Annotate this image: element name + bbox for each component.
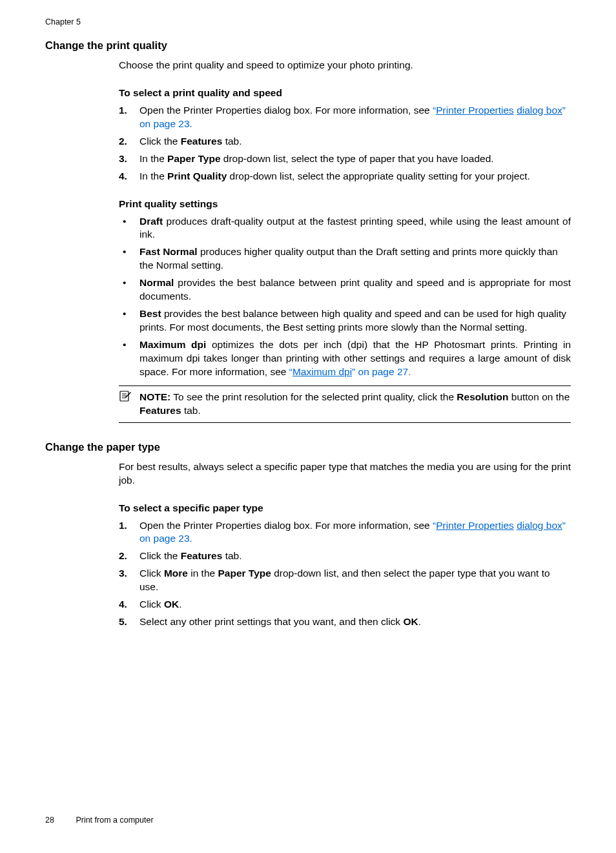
step-item: 3. In the Paper Type drop-down list, sel… xyxy=(119,152,571,166)
step-number: 1. xyxy=(119,519,127,533)
step-item: 4. Click OK. xyxy=(119,598,571,611)
note-block: NOTE: To see the print resolution for th… xyxy=(119,385,571,423)
step-item: 1. Open the Printer Properties dialog bo… xyxy=(119,104,571,131)
step-item: 5. Select any other print settings that … xyxy=(119,615,571,629)
procedure-steps: 1. Open the Printer Properties dialog bo… xyxy=(119,519,571,629)
step-text: Click the Features tab. xyxy=(139,136,242,147)
procedure-title: To select a print quality and speed xyxy=(119,87,571,100)
step-number: 3. xyxy=(119,152,127,166)
intro-text: For best results, always select a specif… xyxy=(119,460,571,488)
step-text: Select any other print settings that you… xyxy=(139,616,421,627)
list-item: Fast Normal produces higher quality outp… xyxy=(119,245,571,272)
step-text: Click OK. xyxy=(139,599,181,610)
procedure-title: To select a specific paper type xyxy=(119,502,571,515)
list-item: Normal provides the best balance between… xyxy=(119,276,571,303)
section-body-paper-type: For best results, always select a specif… xyxy=(119,460,571,629)
step-number: 5. xyxy=(119,615,127,629)
step-text: Open the Printer Properties dialog box. … xyxy=(139,520,566,544)
note-text: NOTE: To see the print resolution for th… xyxy=(139,391,570,416)
footer-title: Print from a computer xyxy=(76,816,153,825)
step-number: 3. xyxy=(119,567,127,581)
step-text: Click the Features tab. xyxy=(139,550,242,561)
step-number: 4. xyxy=(119,170,127,183)
step-text: Open the Printer Properties dialog box. … xyxy=(139,105,566,129)
step-item: 2. Click the Features tab. xyxy=(119,135,571,149)
page-footer: 28 Print from a computer xyxy=(45,815,154,826)
section-body-print-quality: Choose the print quality and speed to op… xyxy=(119,59,571,422)
step-number: 4. xyxy=(119,598,127,611)
maximum-dpi-link[interactable]: “Maximum dpi” on page 27. xyxy=(289,366,411,377)
step-item: 3. Click More in the Paper Type drop-dow… xyxy=(119,567,571,594)
procedure-steps: 1. Open the Printer Properties dialog bo… xyxy=(119,104,571,183)
section-heading-print-quality: Change the print quality xyxy=(45,38,571,52)
step-number: 2. xyxy=(119,550,127,563)
list-item: Maximum dpi optimizes the dots per inch … xyxy=(119,338,571,379)
chapter-label: Chapter 5 xyxy=(45,17,571,28)
step-number: 2. xyxy=(119,135,127,149)
page-number: 28 xyxy=(45,816,54,825)
list-item: Best provides the best balance between h… xyxy=(119,307,571,334)
note-icon xyxy=(119,391,132,406)
step-item: 1. Open the Printer Properties dialog bo… xyxy=(119,519,571,546)
step-text: In the Paper Type drop-down list, select… xyxy=(139,153,494,164)
settings-title: Print quality settings xyxy=(119,198,571,211)
step-text: In the Print Quality drop-down list, sel… xyxy=(139,170,530,181)
step-item: 2. Click the Features tab. xyxy=(119,550,571,563)
section-heading-paper-type: Change the paper type xyxy=(45,440,571,454)
step-item: 4. In the Print Quality drop-down list, … xyxy=(119,170,571,183)
settings-list: Draft produces draft-quality output at t… xyxy=(119,215,571,379)
intro-text: Choose the print quality and speed to op… xyxy=(119,59,571,72)
step-number: 1. xyxy=(119,104,127,118)
list-item: Draft produces draft-quality output at t… xyxy=(119,215,571,242)
step-text: Click More in the Paper Type drop-down l… xyxy=(139,568,550,592)
